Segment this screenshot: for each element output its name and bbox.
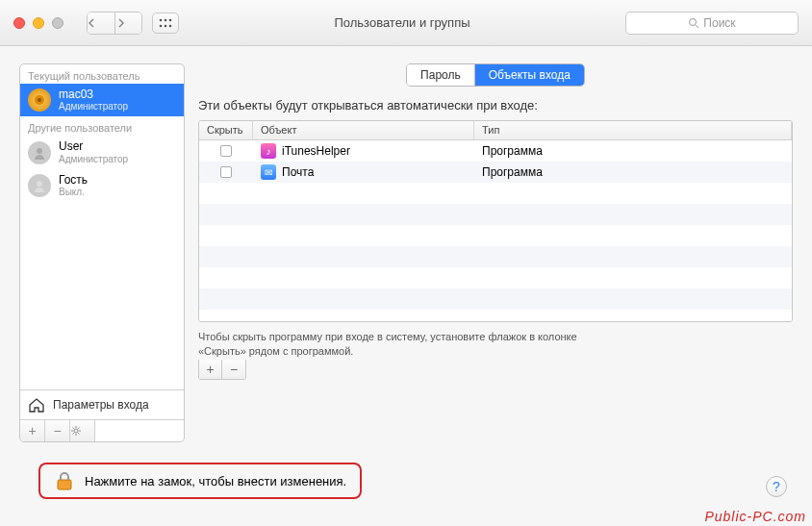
- svg-point-10: [37, 148, 42, 154]
- sidebar-user-mac03[interactable]: mac03 Администратор: [20, 84, 184, 116]
- house-icon: [28, 396, 45, 413]
- col-hide-header[interactable]: Скрыть: [199, 121, 253, 139]
- svg-point-1: [165, 18, 167, 21]
- chevron-right-icon: [115, 18, 125, 28]
- user-role: Администратор: [59, 101, 128, 113]
- lock-text: Нажмите на замок, чтобы внести изменения…: [85, 474, 346, 488]
- tab-password[interactable]: Пароль: [407, 64, 474, 86]
- current-user-section-label: Текущий пользователь: [20, 64, 184, 84]
- user-name: mac03: [59, 88, 128, 101]
- titlebar: Пользователи и группы Поиск: [0, 0, 812, 46]
- svg-point-11: [37, 181, 42, 187]
- window-controls: [13, 17, 63, 29]
- remove-item-button[interactable]: −: [222, 360, 245, 379]
- lock-icon: [54, 470, 75, 491]
- sidebar-user-user[interactable]: User Администратор: [20, 136, 184, 168]
- svg-point-12: [74, 429, 78, 433]
- item-name: iTunesHelper: [282, 144, 350, 158]
- add-user-button[interactable]: +: [20, 420, 45, 441]
- grid-icon: [159, 18, 172, 28]
- svg-point-9: [38, 98, 41, 102]
- svg-point-3: [160, 24, 163, 27]
- zoom-window-button[interactable]: [52, 17, 63, 29]
- lock-to-edit[interactable]: Нажмите на замок, чтобы внести изменения…: [38, 463, 362, 499]
- mail-icon: ✉: [261, 164, 276, 180]
- user-role: Администратор: [59, 154, 128, 165]
- table-body: ♪ iTunesHelper Программа ✉ Почта Програм…: [199, 140, 792, 322]
- col-object-header[interactable]: Объект: [253, 121, 474, 139]
- user-name: User: [59, 139, 128, 153]
- help-button[interactable]: ?: [766, 476, 787, 497]
- search-field[interactable]: Поиск: [625, 12, 799, 35]
- remove-user-button[interactable]: −: [45, 420, 70, 441]
- table-toolbar: + −: [198, 360, 246, 380]
- col-type-header[interactable]: Тип: [474, 121, 792, 139]
- search-icon: [688, 17, 699, 29]
- itunes-icon: ♪: [261, 143, 276, 159]
- item-name: Почта: [282, 165, 314, 179]
- item-type: Программа: [474, 165, 792, 179]
- svg-point-6: [690, 18, 697, 25]
- back-button[interactable]: [88, 13, 114, 34]
- user-name: Гость: [59, 173, 88, 187]
- chevron-left-icon: [88, 18, 97, 28]
- gear-icon: [70, 425, 82, 437]
- table-header: Скрыть Объект Тип: [199, 121, 792, 140]
- content-body: Текущий пользователь mac03 Администратор…: [0, 46, 812, 460]
- svg-point-4: [165, 24, 167, 27]
- svg-point-5: [169, 24, 172, 27]
- avatar-icon: [28, 174, 51, 197]
- hide-note: Чтобы скрыть программу при входе в систе…: [198, 330, 583, 360]
- login-items-table: Скрыть Объект Тип ♪ iTunesHelper Програм…: [198, 120, 793, 322]
- users-sidebar: Текущий пользователь mac03 Администратор…: [19, 63, 185, 442]
- table-row[interactable]: ♪ iTunesHelper Программа: [199, 140, 792, 162]
- tab-login-items[interactable]: Объекты входа: [474, 64, 584, 86]
- user-role: Выкл.: [59, 187, 88, 198]
- user-actions-button[interactable]: [70, 420, 95, 441]
- other-users-section-label: Другие пользователи: [20, 116, 184, 136]
- watermark: Public-PC.com: [704, 509, 806, 524]
- minimize-window-button[interactable]: [33, 17, 44, 29]
- item-type: Программа: [474, 144, 792, 158]
- forward-button[interactable]: [114, 13, 141, 34]
- svg-point-2: [169, 18, 172, 21]
- tab-segment: Пароль Объекты входа: [406, 63, 585, 87]
- search-placeholder: Поиск: [703, 16, 735, 30]
- table-row[interactable]: ✉ Почта Программа: [199, 162, 792, 183]
- window-title: Пользователи и группы: [189, 15, 616, 30]
- svg-rect-13: [58, 480, 71, 489]
- show-all-prefs-button[interactable]: [152, 13, 179, 34]
- add-item-button[interactable]: +: [199, 360, 222, 379]
- nav-back-forward: [87, 12, 142, 35]
- users-groups-window: Пользователи и группы Поиск Текущий поль…: [0, 0, 812, 526]
- login-options-button[interactable]: Параметры входа: [20, 389, 184, 419]
- avatar-icon: [28, 141, 51, 164]
- main-panel: Пароль Объекты входа Эти объекты будут о…: [198, 63, 793, 442]
- avatar-icon: [28, 88, 51, 112]
- sidebar-user-guest[interactable]: Гость Выкл.: [20, 169, 184, 202]
- sidebar-toolbar: + −: [20, 419, 184, 441]
- svg-line-7: [696, 25, 698, 28]
- svg-point-0: [160, 18, 163, 21]
- login-items-description: Эти объекты будут открываться автоматиче…: [198, 98, 793, 113]
- hide-checkbox[interactable]: [220, 145, 232, 157]
- hide-checkbox[interactable]: [220, 166, 232, 178]
- close-window-button[interactable]: [13, 17, 25, 29]
